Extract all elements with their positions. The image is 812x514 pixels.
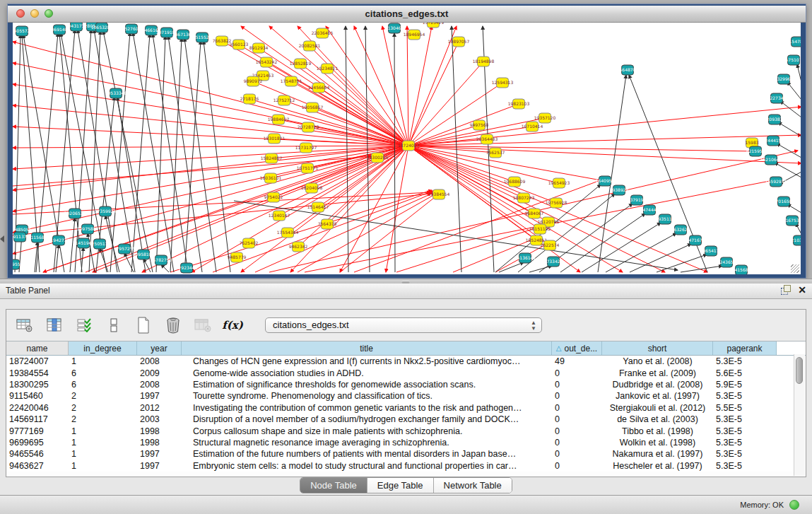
graph-node[interactable]: 8938923 [610, 185, 629, 195]
graph-node[interactable]: 12505113 [89, 239, 111, 249]
graph-node[interactable]: 1167533 [783, 216, 801, 226]
table-cell[interactable]: 0 [552, 449, 602, 459]
table-cell[interactable]: 19384554 [6, 368, 69, 378]
graph-node[interactable]: 12594313 [492, 78, 514, 88]
table-cell[interactable]: 5.3E-5 [713, 414, 777, 424]
column-header-out_de[interactable]: △out_de... [552, 341, 602, 355]
graph-node[interactable]: 14671368 [172, 30, 194, 40]
graph-edge[interactable] [408, 146, 755, 151]
column-select-icon[interactable] [45, 315, 64, 336]
graph-edge[interactable] [408, 104, 519, 146]
table-cell[interactable]: Nakamura et al. (1997) [602, 449, 713, 459]
table-cell[interactable]: 1998 [137, 426, 182, 436]
graph-node[interactable]: 9199559 [13, 259, 23, 269]
network-window-titlebar[interactable]: citations_edges.txt [8, 6, 806, 23]
graph-node[interactable]: 19897057 [448, 37, 470, 47]
graph-node[interactable]: 12923448 [176, 263, 198, 273]
table-row[interactable]: 1872400712008Changes of HCN gene express… [6, 356, 806, 367]
table-cell[interactable]: 2 [69, 403, 137, 413]
graph-node[interactable]: 11547847 [787, 37, 801, 47]
table-cell[interactable]: 14569117 [6, 414, 69, 424]
graph-node[interactable]: 15234821 [317, 64, 339, 74]
graph-node[interactable]: 2935114 [656, 214, 675, 224]
function-builder-icon[interactable]: f(x) [223, 315, 242, 336]
table-row[interactable]: 911546021997Tourette syndrome. Phenomeno… [6, 390, 806, 402]
table-cell[interactable]: Embryonic stem cells: a model to study s… [182, 461, 552, 471]
float-panel-icon[interactable] [781, 285, 791, 295]
graph-edge[interactable] [408, 146, 801, 163]
table-cell[interactable]: 2 [69, 391, 137, 401]
column-header-in_degree[interactable]: in_degree [69, 341, 137, 355]
graph-node[interactable]: 9243652 [717, 257, 736, 267]
graph-node[interactable]: 9684067 [525, 209, 544, 218]
graph-node[interactable]: 17548751 [281, 76, 302, 86]
graph-node[interactable]: 12340147 [269, 211, 290, 221]
table-cell[interactable]: 1 [69, 356, 137, 366]
table-row[interactable]: 1938455462009Genome-wide association stu… [6, 367, 806, 378]
graph-node[interactable]: 16210643 [760, 155, 782, 165]
graph-edge[interactable] [75, 30, 91, 272]
table-cell[interactable]: 9699695 [6, 438, 69, 448]
graph-node[interactable]: 19357120 [534, 113, 556, 123]
graph-edge[interactable] [775, 163, 801, 177]
graph-node[interactable]: 20082581 [299, 41, 321, 51]
scrollbar-thumb[interactable] [796, 357, 803, 384]
table-cell[interactable]: Jankovic et al. (1997) [602, 391, 713, 401]
graph-edge[interactable] [184, 41, 201, 272]
graph-edge[interactable] [787, 82, 801, 100]
close-panel-icon[interactable]: ✕ [798, 285, 806, 295]
graph-edge[interactable] [170, 190, 432, 272]
graph-edge[interactable] [408, 146, 580, 272]
graph-edge[interactable] [161, 264, 169, 272]
table-cell[interactable]: 5.3E-5 [713, 391, 777, 401]
column-header-year[interactable]: year [137, 341, 182, 355]
table-row[interactable]: 977716911998Corpus callosum shape and si… [6, 425, 806, 436]
graph-node[interactable]: 22036465 [312, 28, 334, 38]
graph-node[interactable]: 17359924 [95, 206, 117, 216]
table-cell[interactable]: 5.3E-5 [713, 356, 777, 366]
graph-node[interactable]: 16751771 [297, 163, 319, 173]
graph-node[interactable]: 12752712 [273, 95, 295, 105]
network-canvas[interactable]: 1405572420691406204317191280512410653287… [13, 23, 801, 274]
graph-node[interactable]: 9890972 [244, 76, 263, 86]
graph-node[interactable]: 1640954 [596, 176, 615, 186]
graph-edge[interactable] [408, 146, 524, 198]
column-header-name[interactable]: name [6, 341, 69, 355]
graph-edge[interactable] [407, 26, 408, 146]
table-cell[interactable]: Tourette syndrome. Phenomenology and cla… [182, 391, 552, 401]
graph-node[interactable]: 7515526 [193, 33, 212, 42]
graph-node[interactable]: 15751074 [783, 55, 801, 65]
graph-node[interactable]: 11942737 [48, 235, 70, 245]
table-cell[interactable]: Changes of HCN gene expression and I(f) … [182, 356, 552, 366]
graph-edge[interactable] [56, 245, 59, 272]
graph-node[interactable]: 1733426 [544, 257, 563, 267]
graph-edge[interactable] [408, 26, 457, 146]
table-cell[interactable]: 5.3E-5 [713, 449, 777, 459]
table-cell[interactable]: 2 [69, 414, 137, 424]
graph-edge[interactable] [340, 195, 437, 272]
graph-node[interactable]: 20728778 [298, 122, 319, 132]
graph-edge[interactable] [630, 244, 691, 272]
graph-node[interactable]: 6379197 [628, 195, 647, 205]
table-cell[interactable]: 6 [69, 368, 137, 378]
graph-edge[interactable] [382, 26, 408, 146]
graph-node[interactable]: 3911373 [13, 232, 30, 242]
graph-node[interactable]: 12093832 [764, 115, 786, 124]
table-cell[interactable]: Genome-wide association studies in ADHD. [182, 368, 552, 378]
graph-node[interactable]: 20364483 [476, 134, 498, 144]
graph-node[interactable]: 1527602 [122, 24, 141, 34]
table-cell[interactable]: 5.5E-5 [713, 403, 777, 413]
table-cell[interactable]: 49 [552, 356, 602, 366]
table-cell[interactable]: Disruption of a novel member of a sodium… [182, 414, 552, 424]
graph-node[interactable]: 9497568 [470, 120, 489, 130]
graph-node[interactable]: 19884607 [268, 115, 290, 124]
table-cell[interactable]: 1 [69, 426, 137, 436]
table-cell[interactable]: 9463627 [6, 461, 69, 471]
graph-node[interactable]: 12444153 [763, 136, 784, 146]
table-row[interactable]: 946362711997Embryonic stem cells: a mode… [6, 460, 806, 472]
tab-network-table[interactable]: Network Table [434, 478, 512, 493]
table-row[interactable]: 969969511998Structural magnetic resonanc… [6, 437, 806, 448]
table-cell[interactable]: Stergiakouli et al. (2012) [602, 403, 713, 413]
graph-node[interactable]: 19756928 [546, 198, 567, 208]
table-cell[interactable]: Structural magnetic resonance image aver… [182, 438, 552, 448]
